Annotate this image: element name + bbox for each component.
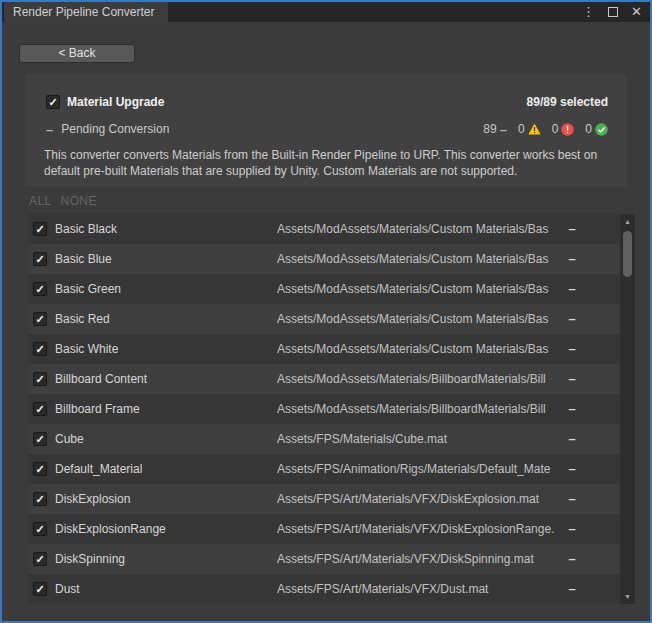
pending-count: 89 (483, 122, 496, 136)
close-icon[interactable]: ✕ (631, 2, 642, 22)
success-count: 0 (585, 122, 592, 136)
material-name: Default_Material (55, 462, 142, 476)
row-checkbox[interactable]: ✓ (33, 222, 47, 236)
table-row[interactable]: ✓ DiskSpinning Assets/FPS/Art/Materials/… (28, 544, 620, 574)
material-path: Assets/FPS/Art/Materials/VFX/Dust.mat (277, 582, 560, 596)
material-name: Cube (55, 432, 84, 446)
status-counts: 89 – 0 0 (483, 122, 608, 136)
converter-description: This converter converts Materials from t… (44, 147, 614, 179)
table-row[interactable]: ✓ DiskExplosionRange Assets/FPS/Art/Mate… (28, 514, 620, 544)
table-row[interactable]: ✓ Billboard Frame Assets/ModAssets/Mater… (28, 394, 620, 424)
table-row[interactable]: ✓ Billboard Content Assets/ModAssets/Mat… (28, 364, 620, 394)
material-path: Assets/ModAssets/Materials/BillboardMate… (277, 372, 560, 386)
material-path: Assets/FPS/Materials/Cube.mat (277, 432, 560, 446)
table-row[interactable]: ✓ DiskExplosion Assets/FPS/Art/Materials… (28, 484, 620, 514)
row-checkbox[interactable]: ✓ (33, 402, 47, 416)
scroll-up-icon[interactable]: ▲ (620, 215, 635, 228)
check-icon: ✓ (35, 584, 44, 595)
row-checkbox[interactable]: ✓ (33, 312, 47, 326)
material-name: Basic Black (55, 222, 117, 236)
converter-checkbox[interactable]: ✓ (46, 95, 60, 109)
table-row[interactable]: ✓ Basic Blue Assets/ModAssets/Materials/… (28, 244, 620, 274)
material-path: Assets/FPS/Art/Materials/VFX/DiskSpinnin… (277, 552, 560, 566)
pending-dash-icon: – (564, 371, 580, 386)
material-name: Billboard Content (55, 372, 147, 386)
converter-status-row: – Pending Conversion 89 – 0 (46, 121, 608, 137)
row-checkbox[interactable]: ✓ (33, 282, 47, 296)
pending-dash-icon: – (564, 551, 580, 566)
back-button[interactable]: < Back (19, 44, 135, 63)
warning-icon (528, 123, 541, 135)
table-row[interactable]: ✓ Basic White Assets/ModAssets/Materials… (28, 334, 620, 364)
check-icon: ✓ (35, 224, 44, 235)
window-controls: ⋮ ✕ (582, 2, 642, 22)
window-title: Render Pipeline Converter (13, 5, 154, 19)
table-row[interactable]: ✓ Basic Black Assets/ModAssets/Materials… (28, 214, 620, 244)
select-none-button[interactable]: NONE (61, 194, 97, 208)
error-count: 0 (552, 122, 559, 136)
pending-count-group: 89 – (483, 122, 507, 136)
pending-dash-icon: – (564, 401, 580, 416)
render-pipeline-converter-window: Render Pipeline Converter ⋮ ✕ < Back ✓ M… (0, 0, 652, 623)
pending-dash-icon: – (564, 221, 580, 236)
success-count-group: 0 (585, 122, 608, 136)
check-icon: ✓ (48, 97, 57, 108)
pending-dash-icon: – (564, 311, 580, 326)
row-checkbox[interactable]: ✓ (33, 552, 47, 566)
error-count-group: 0 (552, 122, 575, 136)
vertical-scrollbar[interactable]: ▲ ▼ (620, 214, 635, 604)
row-checkbox[interactable]: ✓ (33, 432, 47, 446)
pending-dash-icon: – (564, 431, 580, 446)
select-all-button[interactable]: ALL (29, 194, 52, 208)
material-path: Assets/FPS/Art/Materials/VFX/DiskExplosi… (277, 522, 560, 536)
material-path: Assets/FPS/Animation/Rigs/Materials/Defa… (277, 462, 560, 476)
row-checkbox[interactable]: ✓ (33, 582, 47, 596)
pending-dash-icon: – (564, 251, 580, 266)
material-name: DiskSpinning (55, 552, 125, 566)
selection-controls: ALL NONE (29, 194, 97, 208)
pending-dash-icon: – (564, 491, 580, 506)
converter-title: Material Upgrade (67, 95, 164, 109)
check-icon: ✓ (35, 494, 44, 505)
material-path: Assets/ModAssets/Materials/BillboardMate… (277, 402, 560, 416)
table-row[interactable]: ✓ Default_Material Assets/FPS/Animation/… (28, 454, 620, 484)
converter-header: ✓ Material Upgrade 89/89 selected (46, 94, 608, 110)
material-path: Assets/ModAssets/Materials/Custom Materi… (277, 222, 560, 236)
error-icon (561, 123, 574, 136)
check-icon: ✓ (35, 554, 44, 565)
maximize-icon[interactable] (608, 7, 618, 17)
row-checkbox[interactable]: ✓ (33, 462, 47, 476)
check-icon: ✓ (35, 524, 44, 535)
check-icon: ✓ (35, 374, 44, 385)
pending-dash-icon: – (500, 123, 507, 136)
row-checkbox[interactable]: ✓ (33, 252, 47, 266)
material-name: Basic Red (55, 312, 110, 326)
material-name: Basic Green (55, 282, 121, 296)
table-row[interactable]: ✓ Cube Assets/FPS/Materials/Cube.mat – (28, 424, 620, 454)
row-checkbox[interactable]: ✓ (33, 492, 47, 506)
row-checkbox[interactable]: ✓ (33, 342, 47, 356)
check-icon: ✓ (35, 314, 44, 325)
material-name: Basic Blue (55, 252, 112, 266)
pending-dash-icon: – (564, 281, 580, 296)
pending-dash-icon: – (46, 123, 53, 136)
material-path: Assets/FPS/Art/Materials/VFX/DiskExplosi… (277, 492, 560, 506)
table-row[interactable]: ✓ Dust Assets/FPS/Art/Materials/VFX/Dust… (28, 574, 620, 604)
scroll-down-icon[interactable]: ▼ (620, 590, 635, 603)
table-row[interactable]: ✓ Basic Green Assets/ModAssets/Materials… (28, 274, 620, 304)
tab-render-pipeline-converter[interactable]: Render Pipeline Converter (4, 2, 168, 22)
material-name: Dust (55, 582, 80, 596)
pending-dash-icon: – (564, 581, 580, 596)
success-icon (595, 123, 608, 136)
material-name: DiskExplosion (55, 492, 130, 506)
kebab-menu-icon[interactable]: ⋮ (582, 2, 595, 22)
selected-count: 89/89 selected (527, 95, 608, 109)
material-path: Assets/ModAssets/Materials/Custom Materi… (277, 252, 560, 266)
scrollbar-thumb[interactable] (623, 231, 632, 277)
pending-label: Pending Conversion (61, 122, 169, 136)
check-icon: ✓ (35, 254, 44, 265)
table-row[interactable]: ✓ Basic Red Assets/ModAssets/Materials/C… (28, 304, 620, 334)
row-checkbox[interactable]: ✓ (33, 372, 47, 386)
row-checkbox[interactable]: ✓ (33, 522, 47, 536)
titlebar: Render Pipeline Converter ⋮ ✕ (2, 2, 650, 22)
